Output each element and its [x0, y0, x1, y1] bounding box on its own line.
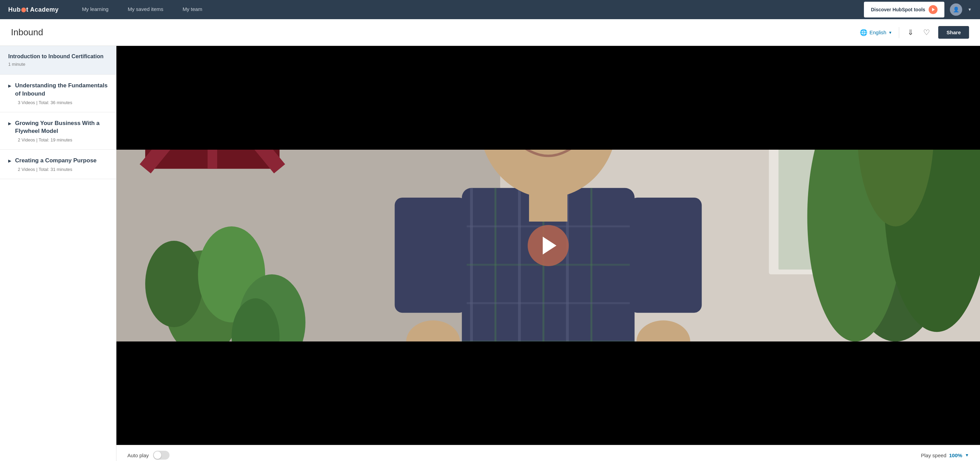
svg-rect-40	[529, 193, 567, 221]
sidebar-first-item-meta: 1 minute	[8, 62, 108, 67]
sidebar-item-3-chevron-icon: ▸	[8, 158, 11, 164]
svg-rect-31	[630, 197, 702, 313]
sidebar-item-3-title: Creating a Company Purpose	[15, 156, 97, 165]
sidebar-item-3[interactable]: ▸ Creating a Company Purpose 2 Videos | …	[0, 150, 116, 179]
main-layout: Introduction to Inbound Certification 1 …	[0, 46, 980, 461]
heart-icon: ♡	[923, 28, 930, 37]
svg-rect-30	[395, 197, 467, 313]
hubspot-dot	[21, 8, 26, 12]
navbar: Hubt Academy My learning My saved items …	[0, 0, 980, 19]
sidebar: Introduction to Inbound Certification 1 …	[0, 46, 116, 461]
share-button[interactable]: Share	[938, 26, 969, 39]
content-area: Act Flying... is a game...	[116, 46, 980, 461]
discover-btn-label: Discover HubSpot tools	[871, 7, 925, 12]
autoplay-label: Auto play	[127, 453, 149, 458]
sidebar-first-item[interactable]: Introduction to Inbound Certification 1 …	[0, 46, 116, 75]
globe-icon: 🌐	[860, 29, 867, 36]
nav-menu: My learning My saved items My team	[72, 0, 864, 19]
video-controls: Auto play Play speed 100% ▼	[116, 445, 980, 461]
playspeed-value[interactable]: 100%	[949, 453, 962, 458]
sidebar-item-2-chevron-icon: ▸	[8, 120, 11, 127]
download-button[interactable]: ⇓	[906, 27, 915, 38]
sidebar-item-2[interactable]: ▸ Growing Your Business With a Flywheel …	[0, 112, 116, 150]
header-divider	[899, 27, 899, 38]
nav-my-learning[interactable]: My learning	[72, 0, 118, 19]
sidebar-item-3-meta: 2 Videos | Total: 31 minutes	[18, 167, 108, 172]
avatar-chevron-down-icon[interactable]: ▼	[968, 7, 972, 12]
header-actions: 🌐 English ▼ ⇓ ♡ Share	[860, 26, 969, 39]
video-container: Act Flying... is a game...	[116, 46, 980, 445]
sidebar-item-2-title: Growing Your Business With a Flywheel Mo…	[15, 119, 108, 136]
autoplay-section: Auto play	[127, 451, 170, 459]
logo[interactable]: Hubt Academy	[8, 6, 59, 13]
nav-my-team[interactable]: My team	[173, 0, 212, 19]
nav-my-saved-items[interactable]: My saved items	[118, 0, 173, 19]
play-button[interactable]	[528, 225, 569, 266]
sidebar-item-1-meta: 3 Videos | Total: 36 minutes	[18, 100, 108, 105]
avatar-icon: 👤	[953, 6, 959, 13]
discover-hubspot-button[interactable]: Discover HubSpot tools	[864, 2, 944, 18]
language-label: English	[869, 29, 886, 35]
page-title: Inbound	[11, 27, 43, 38]
avatar[interactable]: 👤	[950, 3, 962, 16]
language-chevron-down-icon: ▼	[888, 30, 892, 35]
svg-point-16	[145, 241, 203, 327]
sidebar-item-1[interactable]: ▸ Understanding the Fundamentals of Inbo…	[0, 75, 116, 112]
sidebar-item-1-chevron-icon: ▸	[8, 83, 11, 89]
playspeed-section: Play speed 100% ▼	[921, 453, 969, 458]
sidebar-item-1-header: ▸ Understanding the Fundamentals of Inbo…	[8, 81, 108, 100]
download-icon: ⇓	[907, 28, 913, 37]
favorite-button[interactable]: ♡	[922, 27, 931, 38]
navbar-right: Discover HubSpot tools 👤 ▼	[864, 2, 972, 18]
language-selector[interactable]: 🌐 English ▼	[860, 29, 892, 36]
video-placeholder: Act Flying... is a game...	[116, 150, 980, 341]
discover-play-icon	[929, 5, 937, 14]
autoplay-toggle[interactable]	[153, 451, 170, 459]
playspeed-label: Play speed	[921, 453, 947, 458]
sidebar-item-2-header: ▸ Growing Your Business With a Flywheel …	[8, 119, 108, 138]
sidebar-item-1-title: Understanding the Fundamentals of Inboun…	[15, 81, 108, 98]
playspeed-chevron-down-icon[interactable]: ▼	[965, 453, 969, 458]
sidebar-item-3-header: ▸ Creating a Company Purpose	[8, 156, 108, 167]
sidebar-item-2-meta: 2 Videos | Total: 19 minutes	[18, 137, 108, 142]
page-header: Inbound 🌐 English ▼ ⇓ ♡ Share	[0, 19, 980, 46]
sidebar-first-item-title: Introduction to Inbound Certification	[8, 53, 108, 60]
